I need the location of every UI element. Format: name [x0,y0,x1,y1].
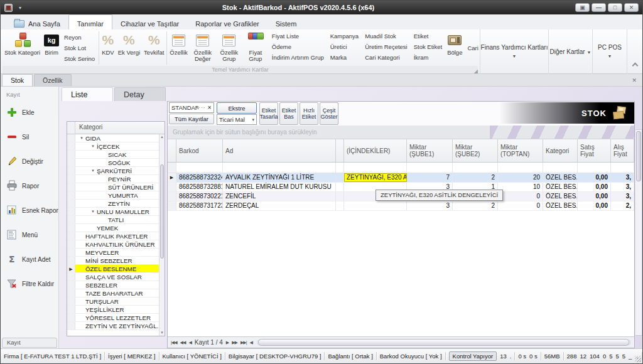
auto-filter-row[interactable] [168,163,634,173]
scrollbar-thumb[interactable] [160,164,164,259]
tree-item[interactable]: KAHVALTILIK ÜRÜNLER [67,240,165,249]
column-header-ad[interactable]: Ad [223,139,336,162]
sidebar-item-kayit-adet[interactable]: Σ Kayıt Adet [6,252,58,267]
table-row[interactable]: 8682588731723 ZERDEÇAL 3 2 0 ÖZEL BES...… [168,201,634,211]
ribbon-dropdown-finans-yardimci-kartlari[interactable]: Finans Yardımcı Kartları ▼ [480,29,548,74]
tree-item[interactable]: TURŞULAR [67,297,165,306]
ribbon-item-kampanya[interactable]: Kampanya [330,33,359,40]
tree-item[interactable]: ▾ŞARKÜTERİ [67,167,165,175]
app-icon[interactable] [4,4,13,12]
column-header-alis-fiyat[interactable]: Alış Fiyat [611,139,634,162]
first-record-icon[interactable]: |◀◀ [171,340,177,345]
tree-column-header[interactable]: Kategori [75,122,106,134]
tab-sistem[interactable]: Sistem [267,16,305,29]
prev-page-icon[interactable]: ◀◀ [180,340,186,345]
view-tab-liste[interactable]: Liste [62,87,113,101]
tree-scrollbar[interactable]: ▲ ▼ [159,134,165,336]
ribbon-button-bolge[interactable]: Bölge [445,31,464,65]
column-header-miktar-sube1[interactable]: Miktar (ŞUBE1) [407,139,453,162]
ribbon-item-cari-konum[interactable]: Cari Konum [467,45,480,51]
app-menu-caret-icon[interactable]: ▾ [19,5,21,11]
etiket-bas-button[interactable]: Etiket Bas [279,102,298,125]
cell-icindekiler-focused[interactable]: ZEYTİNYAĞI, E320 AS... [344,173,407,182]
tree-item[interactable]: PEYNİR [67,175,165,183]
filter-combo[interactable]: STANDART ··· ✕ [169,102,214,113]
sidebar-item-rapor[interactable]: Rapor [6,178,58,193]
scrollbar-thumb[interactable] [636,131,641,181]
tree-item[interactable]: SALÇA VE SOSLAR [67,273,165,281]
doc-close-icon[interactable]: ✕ [632,77,637,83]
dialog-launcher-icon[interactable]: ◢ [474,68,478,74]
ribbon-button-ozellik-deger[interactable]: Özellik Değer [190,31,216,65]
tree-item[interactable]: SÜT ÜRÜNLERİ [67,183,165,191]
column-header-empty[interactable] [336,139,344,162]
ribbon-button-tevkifat[interactable]: % Tevkifat [142,31,166,65]
ribbon-item-marka[interactable]: Marka [330,54,359,61]
ribbon-item-cari-kategori[interactable]: Cari Kategori [365,54,408,61]
ribbon-item-stok-serino[interactable]: Stok Serino [64,55,95,62]
scroll-left-icon[interactable]: ◀ [250,340,252,345]
last-record-icon[interactable]: ▶▶| [240,340,247,345]
doc-tab-stok[interactable]: Stok [2,74,33,86]
ribbon-item-ikram[interactable]: İkram [414,54,442,61]
tree-item[interactable]: SOĞUK [67,159,165,167]
tree-item[interactable]: YUMURTA [67,191,165,200]
tab-raporlar-ve-grafikler[interactable]: Raporlar ve Grafikler [187,16,267,29]
tree-item[interactable]: ▾UNLU MAMULLER [67,208,165,216]
ellipsis-icon[interactable]: ··· [198,105,205,110]
ribbon-item-odeme[interactable]: Ödeme [272,43,324,50]
minimize-button[interactable]: — [592,3,606,12]
tab-ana-sayfa[interactable]: Ana Sayfa [6,16,68,29]
grid-vertical-scrollbar[interactable] [635,129,642,336]
ribbon-button-ozellik[interactable]: Özellik [168,31,190,65]
column-header-barkod[interactable]: Barkod [176,139,223,162]
tree-item[interactable]: ZEYTİN [67,200,165,208]
resize-grip[interactable] [635,356,641,362]
next-page-icon[interactable]: ▶▶ [232,340,237,345]
ribbon-button-kdv[interactable]: % KDV [100,31,116,65]
tree-item[interactable]: YÖRESEL LEZZETLER [67,314,165,322]
etiket-tasarla-button[interactable]: Etiket Tasarla [259,102,278,125]
ribbon-button-birim[interactable]: kg Birim [42,31,61,65]
collapse-ribbon-icon[interactable] [632,63,639,69]
tab-cihazlar-ve-tasitlar[interactable]: Cihazlar ve Taşıtlar [112,16,187,29]
ribbon-dropdown-pc-pos[interactable]: PC POS▼ [592,29,627,74]
tree-item[interactable]: SICAK [67,151,165,159]
horizontal-scrollbar[interactable] [257,339,631,346]
ribbon-button-stok-kategori[interactable]: Stok Kategori [3,31,42,65]
tree-item[interactable]: ZEYTİN VE ZEYTİNYAĞL... [67,322,165,330]
scroll-up-icon[interactable]: ▲ [159,134,165,140]
ribbon-item-uretim-recetesi[interactable]: Üretim Reçetesi [365,43,408,50]
ribbon-button-ozellik-grup[interactable]: Özellik Grup [216,31,242,65]
type-dropdown[interactable]: Ticari Mal ▾ [217,114,257,125]
table-row-selected[interactable]: ▶ 8682588732324 AYVALIK ZEYTİNYAĞI 1 LİT… [168,173,634,183]
prev-record-icon[interactable]: ◀ [188,340,191,345]
tree-item[interactable]: MİNİ SEBZELER [67,257,165,265]
sidebar-item-esnek-rapor[interactable]: Esnek Rapor [6,203,58,218]
sidebar-item-sil[interactable]: Sil [6,129,58,144]
tree-item[interactable]: MEYVELER [67,249,165,257]
column-header-miktar-sube2[interactable]: Miktar (ŞUBE2) [453,139,498,162]
column-header-satis-fiyat[interactable]: Satış Fiyat [578,139,611,162]
scroll-down-icon[interactable]: ▼ [159,330,165,336]
scrollbar-thumb[interactable] [258,339,629,346]
doc-tab-ozellik[interactable]: Özellik [34,74,72,86]
ekstre-button[interactable]: Ekstre [217,102,257,114]
status-kontrol-button[interactable]: Kontrol Yapıyor [449,351,497,361]
cesit-goster-button[interactable]: Çeşit Göster [320,102,338,125]
sidebar-collapsed-panel[interactable]: Kayıt [2,338,57,348]
sidebar-item-ekle[interactable]: Ekle [6,105,58,120]
ribbon-button-ek-vergi[interactable]: % Ek Vergi [116,31,142,65]
ribbon-dropdown-diger-kartlar[interactable]: Diğer Kartlar ▼ [548,29,592,74]
column-header-kategori[interactable]: Kategori [543,139,578,162]
tree-item[interactable]: YEŞİLLİKLER [67,306,165,314]
tree-item[interactable]: SEBZELER [67,281,165,289]
next-record-icon[interactable]: ▶ [226,340,229,345]
all-records-button[interactable]: Tüm Kayıtlar [169,114,214,124]
column-header-miktar-toptan[interactable]: Miktar (TOPTAN) [498,139,543,162]
fit-window-button[interactable]: ▣ [575,3,590,12]
close-button[interactable]: ✕ [624,3,639,12]
sidebar-item-filtre-kaldir[interactable]: Filtre Kaldır [6,276,58,291]
ribbon-item-etiket[interactable]: Etiket [414,33,442,40]
clear-filter-icon[interactable]: ✕ [207,105,212,110]
